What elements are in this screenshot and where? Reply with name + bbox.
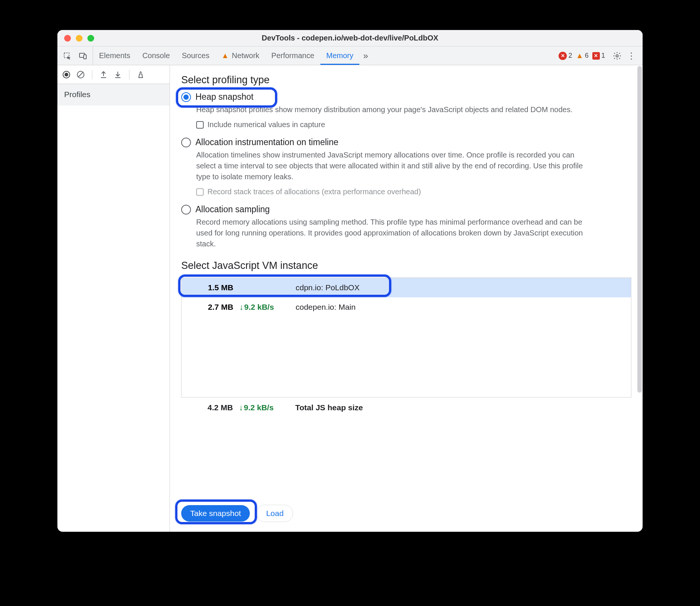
tab-elements[interactable]: Elements <box>93 46 136 65</box>
maximize-window-button[interactable] <box>87 35 94 42</box>
allocation-timeline-description: Allocation timelines show instrumented J… <box>196 150 590 182</box>
checkbox-label: Record stack traces of allocations (extr… <box>207 188 421 196</box>
error-icon: ✕ <box>559 52 567 60</box>
checkbox-record-stack-traces <box>196 188 204 196</box>
vm-total-row: 4.2 MB ↓9.2 kB/s Total JS heap size <box>181 398 631 414</box>
close-window-button[interactable] <box>64 35 71 42</box>
sidebar-item-profiles[interactable]: Profiles <box>57 84 170 105</box>
download-icon[interactable] <box>113 70 122 79</box>
memory-panel: Select profiling type Heap snapshot Heap… <box>170 65 643 532</box>
tab-sources[interactable]: Sources <box>176 46 215 65</box>
blocked-icon: ✕ <box>592 52 600 60</box>
warning-icon: ▲ <box>576 51 583 60</box>
vm-name: cdpn.io: PoLdbOX <box>296 283 622 292</box>
radio-allocation-sampling[interactable] <box>181 205 191 214</box>
errors-indicator[interactable]: ✕ 2 <box>559 52 572 60</box>
radio-label-heap-snapshot[interactable]: Heap snapshot <box>195 92 254 102</box>
settings-icon[interactable] <box>613 51 622 60</box>
vm-size: 2.7 MB <box>191 303 239 312</box>
profiles-sidebar: Profiles <box>57 65 170 532</box>
record-icon[interactable] <box>62 70 71 79</box>
warning-icon: ▲ <box>221 51 229 60</box>
svg-point-5 <box>65 73 68 76</box>
allocation-sampling-description: Record memory allocations using sampling… <box>196 217 590 249</box>
window-title: DevTools - codepen.io/web-dot-dev/live/P… <box>57 34 643 42</box>
radio-heap-snapshot[interactable] <box>181 92 191 102</box>
svg-rect-2 <box>84 55 86 59</box>
titlebar: DevTools - codepen.io/web-dot-dev/live/P… <box>57 30 643 46</box>
checkbox-label: Include numerical values in capture <box>207 120 325 129</box>
vm-row[interactable]: 1.5 MB cdpn.io: PoLdbOX <box>182 278 631 297</box>
down-arrow-icon: ↓ <box>239 403 243 412</box>
clear-icon[interactable] <box>76 70 85 79</box>
blocked-indicator[interactable]: ✕ 1 <box>592 52 605 60</box>
radio-allocation-timeline[interactable] <box>181 138 191 147</box>
down-arrow-icon: ↓ <box>239 302 243 312</box>
heap-snapshot-description: Heap snapshot profiles show memory distr… <box>196 104 590 115</box>
devtools-window: DevTools - codepen.io/web-dot-dev/live/P… <box>57 30 643 532</box>
select-vm-heading: Select JavaScript VM instance <box>181 260 631 272</box>
vm-name: codepen.io: Main <box>296 303 622 312</box>
vm-instance-table: 1.5 MB cdpn.io: PoLdbOX 2.7 MB ↓9.2 kB/s… <box>181 278 631 398</box>
select-profiling-type-heading: Select profiling type <box>181 74 631 86</box>
inspect-icon[interactable] <box>63 51 72 60</box>
tab-network[interactable]: ▲Network <box>215 46 265 65</box>
tab-performance[interactable]: Performance <box>265 46 320 65</box>
vm-row[interactable]: 2.7 MB ↓9.2 kB/s codepen.io: Main <box>182 297 631 317</box>
upload-icon[interactable] <box>99 70 108 79</box>
load-button[interactable]: Load <box>257 505 293 522</box>
take-snapshot-button[interactable]: Take snapshot <box>181 505 250 522</box>
minimize-window-button[interactable] <box>76 35 83 42</box>
svg-point-3 <box>616 55 618 57</box>
radio-label-allocation-timeline[interactable]: Allocation instrumentation on timeline <box>195 137 338 147</box>
collect-garbage-icon[interactable] <box>136 70 145 79</box>
window-controls <box>57 35 94 42</box>
tab-console[interactable]: Console <box>136 46 176 65</box>
device-toolbar-icon[interactable] <box>78 51 87 60</box>
warnings-indicator[interactable]: ▲ 6 <box>576 51 589 60</box>
kebab-menu-icon[interactable]: ⋮ <box>625 51 637 61</box>
radio-label-allocation-sampling[interactable]: Allocation sampling <box>195 204 270 214</box>
more-tabs-button[interactable]: » <box>359 46 372 65</box>
scrollbar[interactable] <box>637 66 642 393</box>
checkbox-include-numerical[interactable] <box>196 121 204 129</box>
vm-rate: ↓9.2 kB/s <box>239 302 296 312</box>
tab-memory[interactable]: Memory <box>320 46 359 65</box>
vm-size: 1.5 MB <box>191 283 239 292</box>
devtools-tabbar: Elements Console Sources ▲Network Perfor… <box>57 46 643 65</box>
